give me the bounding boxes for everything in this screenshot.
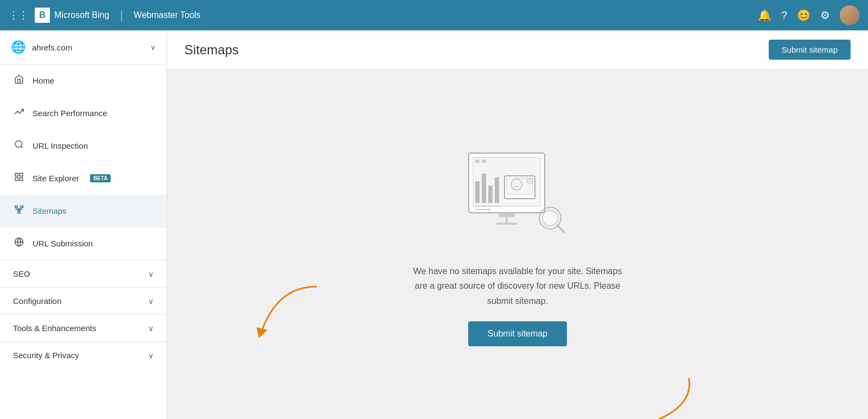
search-icon	[13, 139, 25, 152]
app-name: Microsoft Bing	[54, 10, 109, 20]
sidebar-section-configuration[interactable]: Configuration ∨	[0, 287, 167, 314]
tools-section-label: Tools & Enhancements	[13, 323, 148, 333]
sidebar-item-site-explorer-label: Site Explorer	[33, 174, 79, 183]
sidebar-item-url-inspection[interactable]: URL Inspection	[0, 130, 167, 162]
empty-state: We have no sitemaps available for your s…	[413, 69, 622, 419]
site-name: ahrefs.com	[32, 43, 144, 52]
site-selector[interactable]: 🌐 ahrefs.com ∨	[0, 30, 167, 65]
seo-section-label: SEO	[13, 269, 148, 278]
header-left: ⋮⋮ B Microsoft Bing | Webmaster Tools	[9, 8, 758, 23]
content-header: Sitemaps Submit sitemap	[167, 30, 868, 69]
svg-rect-4	[15, 178, 18, 181]
monitor-illustration	[458, 142, 577, 251]
sidebar-section-seo[interactable]: SEO ∨	[0, 260, 167, 287]
svg-rect-20	[475, 181, 480, 203]
sidebar-item-site-explorer[interactable]: Site Explorer BETA	[0, 162, 167, 195]
site-selector-chevron: ∨	[150, 43, 156, 52]
submit-sitemap-button-top[interactable]: Submit sitemap	[769, 40, 851, 60]
sidebar: 🌐 ahrefs.com ∨ Home Search Performance U…	[0, 30, 167, 419]
top-header: ⋮⋮ B Microsoft Bing | Webmaster Tools 🔔 …	[0, 0, 868, 30]
sidebar-item-url-submission-label: URL Submission	[33, 239, 93, 248]
svg-rect-21	[482, 174, 486, 203]
svg-line-1	[21, 146, 22, 148]
svg-rect-6	[15, 206, 18, 207]
svg-rect-9	[18, 212, 21, 213]
empty-state-wrapper: We have no sitemaps available for your s…	[167, 69, 868, 419]
home-icon	[13, 74, 25, 87]
sidebar-item-sitemaps[interactable]: Sitemaps	[0, 195, 167, 227]
bing-logo-box: B	[35, 8, 50, 23]
bing-logo: B Microsoft Bing	[35, 8, 109, 23]
svg-rect-33	[499, 213, 515, 217]
sidebar-item-search-performance[interactable]: Search Performance	[0, 97, 167, 130]
svg-rect-34	[506, 217, 508, 223]
help-icon[interactable]: ?	[781, 9, 787, 22]
settings-icon[interactable]: ⚙	[820, 9, 830, 22]
grid-icon	[13, 172, 25, 185]
svg-rect-2	[15, 173, 18, 176]
svg-rect-8	[21, 206, 23, 207]
arrow-annotation-sitemaps	[251, 281, 322, 346]
security-section-label: Security & Privacy	[13, 351, 148, 360]
sidebar-item-url-submission[interactable]: URL Submission	[0, 227, 167, 260]
svg-line-38	[557, 225, 564, 232]
svg-rect-5	[20, 178, 23, 181]
svg-rect-3	[20, 173, 23, 176]
header-divider: |	[120, 9, 123, 22]
feedback-icon[interactable]: 😊	[797, 9, 810, 22]
submit-sitemap-button-center[interactable]: Submit sitemap	[468, 321, 567, 346]
trending-icon	[13, 107, 25, 119]
svg-point-0	[15, 141, 22, 147]
svg-marker-39	[257, 327, 267, 338]
sidebar-section-security[interactable]: Security & Privacy ∨	[0, 341, 167, 369]
sidebar-item-search-performance-label: Search Performance	[33, 109, 107, 118]
bing-letter: B	[39, 10, 46, 20]
sidebar-section-tools[interactable]: Tools & Enhancements ∨	[0, 314, 167, 341]
security-chevron-icon: ∨	[148, 351, 154, 360]
avatar[interactable]	[840, 5, 859, 25]
configuration-chevron-icon: ∨	[148, 297, 154, 306]
beta-badge: BETA	[90, 174, 111, 182]
sidebar-item-url-inspection-label: URL Inspection	[33, 141, 88, 150]
page-title: Sitemaps	[184, 42, 239, 58]
svg-rect-23	[495, 177, 499, 203]
seo-chevron-icon: ∨	[148, 270, 154, 278]
sidebar-item-sitemaps-label: Sitemaps	[33, 206, 67, 215]
svg-rect-35	[496, 223, 518, 225]
svg-rect-18	[475, 160, 480, 163]
configuration-section-label: Configuration	[13, 296, 148, 306]
product-name: Webmaster Tools	[134, 10, 201, 20]
header-right: 🔔 ? 😊 ⚙	[758, 5, 859, 25]
sidebar-item-home-label: Home	[33, 76, 54, 85]
empty-message: We have no sitemaps available for your s…	[413, 264, 622, 308]
sitemap-icon	[13, 205, 25, 217]
svg-rect-22	[488, 186, 493, 203]
globe-icon	[13, 237, 25, 250]
tools-chevron-icon: ∨	[148, 324, 154, 333]
bell-icon[interactable]: 🔔	[758, 9, 771, 22]
svg-point-37	[542, 211, 558, 226]
sidebar-item-home[interactable]: Home	[0, 65, 167, 97]
grid-menu-icon[interactable]: ⋮⋮	[9, 9, 28, 21]
content-area: Sitemaps Submit sitemap	[167, 30, 868, 419]
main-layout: 🌐 ahrefs.com ∨ Home Search Performance U…	[0, 30, 868, 419]
site-globe-icon: 🌐	[11, 40, 25, 54]
svg-rect-19	[482, 160, 486, 163]
illustration	[458, 142, 577, 251]
